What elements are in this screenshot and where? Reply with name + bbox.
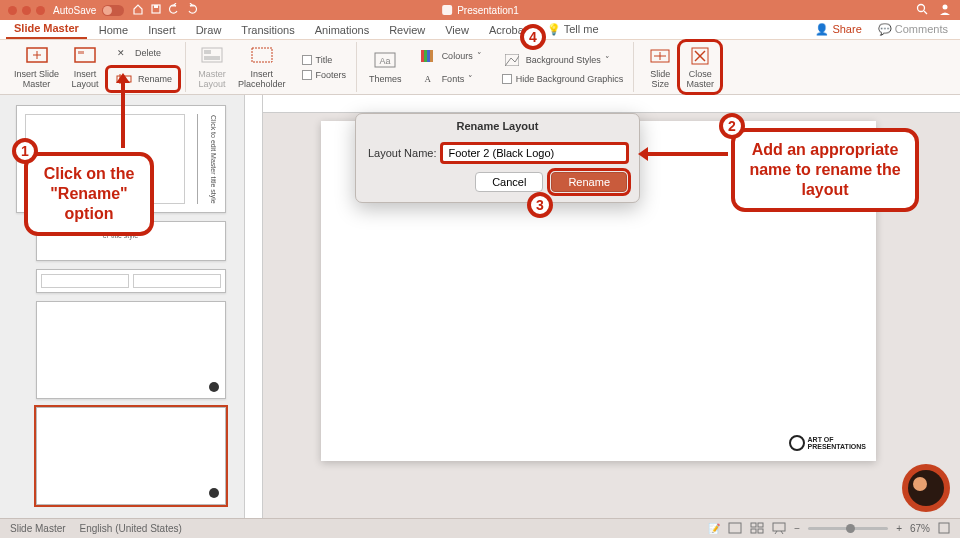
svg-rect-10 [78,51,84,54]
app-icon [441,4,453,16]
hide-bg-checkbox[interactable]: Hide Background Graphics [496,72,630,86]
tab-draw[interactable]: Draw [188,21,230,39]
ribbon-tabs: Slide Master Home Insert Draw Transition… [0,20,960,40]
layout-thumbnail[interactable] [36,269,226,293]
layout-name-label: Layout Name: [368,147,436,159]
rename-confirm-button[interactable]: Rename [551,172,627,192]
tellme-icon: 💡 [547,23,561,35]
svg-point-5 [943,5,948,10]
annotation-arrowhead-1 [116,73,130,83]
delete-icon: ✕ [111,44,131,62]
svg-rect-32 [751,523,756,527]
annotation-callout-2: Add an appropriate name to rename the la… [731,128,919,212]
view-sorter-icon[interactable] [750,522,764,536]
svg-rect-22 [430,50,433,62]
svg-rect-14 [204,50,211,54]
cancel-button[interactable]: Cancel [475,172,543,192]
svg-rect-20 [424,50,427,62]
annotation-arrow-1 [121,80,125,148]
layout-name-input[interactable] [442,144,627,162]
colours-button[interactable]: Colours ˅ [412,45,488,67]
search-icon[interactable] [916,3,928,17]
vertical-ruler [245,95,263,518]
annotation-callout-1: Click on the "Rename" option [24,152,154,236]
svg-point-30 [913,477,927,491]
document-title: Presentation1 [441,4,519,16]
status-mode: Slide Master [10,523,66,534]
watermark-logo [898,460,954,516]
notes-button[interactable]: 📝 [708,523,720,534]
background-styles-button[interactable]: Background Styles ˅ [496,49,630,71]
tab-tellme[interactable]: 💡 Tell me [539,20,607,39]
quick-access-toolbar [132,3,198,17]
footers-checkbox[interactable]: Footers [296,68,353,82]
layout-thumbnail-selected[interactable] [36,407,226,505]
share-button[interactable]: 👤 Share [809,20,867,39]
zoom-in-button[interactable]: + [896,523,902,534]
tab-slide-master[interactable]: Slide Master [6,19,87,39]
redo-icon[interactable] [186,3,198,17]
tab-home[interactable]: Home [91,21,136,39]
svg-rect-15 [204,56,220,60]
autosave-label: AutoSave [53,5,96,16]
tab-review[interactable]: Review [381,21,433,39]
rename-layout-dialog: Rename Layout Layout Name: Cancel Rename [355,113,640,203]
close-master-button[interactable]: Close Master [680,42,720,92]
zoom-level[interactable]: 67% [910,523,930,534]
autosave-toggle[interactable] [102,5,124,16]
layout-thumbnail[interactable] [36,301,226,399]
save-icon[interactable] [150,3,162,17]
svg-line-4 [924,11,927,14]
tab-animations[interactable]: Animations [307,21,377,39]
horizontal-ruler [263,95,960,113]
logo-icon [209,382,219,392]
fit-to-window-button[interactable] [938,522,950,536]
annotation-arrowhead-2 [638,147,648,161]
insert-slide-master-button[interactable]: Insert Slide Master [8,42,65,92]
svg-rect-36 [773,523,785,531]
svg-rect-21 [427,50,430,62]
master-layout-button[interactable]: Master Layout [192,42,232,92]
tab-insert[interactable]: Insert [140,21,184,39]
svg-rect-34 [751,529,756,533]
colors-icon [418,47,438,65]
annotation-badge-3: 3 [527,192,553,218]
undo-icon[interactable] [168,3,180,17]
svg-rect-33 [758,523,763,527]
slide-size-button[interactable]: Slide Size [640,42,680,92]
svg-rect-1 [154,5,158,8]
insert-layout-button[interactable]: Insert Layout [65,42,105,92]
zoom-slider[interactable] [808,527,888,530]
dialog-title: Rename Layout [356,114,639,138]
home-icon[interactable] [132,3,144,17]
titlebar: AutoSave Presentation1 [0,0,960,20]
view-normal-icon[interactable] [728,522,742,536]
view-slideshow-icon[interactable] [772,522,786,536]
svg-rect-31 [729,523,741,533]
annotation-arrow-2 [646,152,728,156]
window-controls[interactable] [8,6,45,15]
fonts-button[interactable]: AFonts ˅ [412,68,488,90]
svg-rect-16 [252,48,272,62]
status-language[interactable]: English (United States) [80,523,182,534]
svg-text:Aa: Aa [380,56,391,66]
annotation-badge-2: 2 [719,113,745,139]
svg-point-29 [908,470,944,506]
themes-button[interactable]: Aa Themes [363,47,408,87]
annotation-badge-1: 1 [12,138,38,164]
title-checkbox[interactable]: Title [296,53,353,67]
svg-rect-19 [421,50,424,62]
svg-point-3 [918,5,925,12]
insert-placeholder-button[interactable]: Insert Placeholder [232,42,292,92]
svg-rect-9 [75,48,95,62]
tab-transitions[interactable]: Transitions [233,21,302,39]
account-icon[interactable] [938,3,952,17]
svg-rect-39 [939,523,949,533]
comments-button[interactable]: 💬 Comments [872,20,954,39]
logo-icon [209,488,219,498]
delete-button[interactable]: ✕Delete [105,42,181,64]
svg-rect-2 [442,5,452,15]
zoom-out-button[interactable]: − [794,523,800,534]
status-bar: Slide Master English (United States) 📝 −… [0,518,960,538]
tab-view[interactable]: View [437,21,477,39]
